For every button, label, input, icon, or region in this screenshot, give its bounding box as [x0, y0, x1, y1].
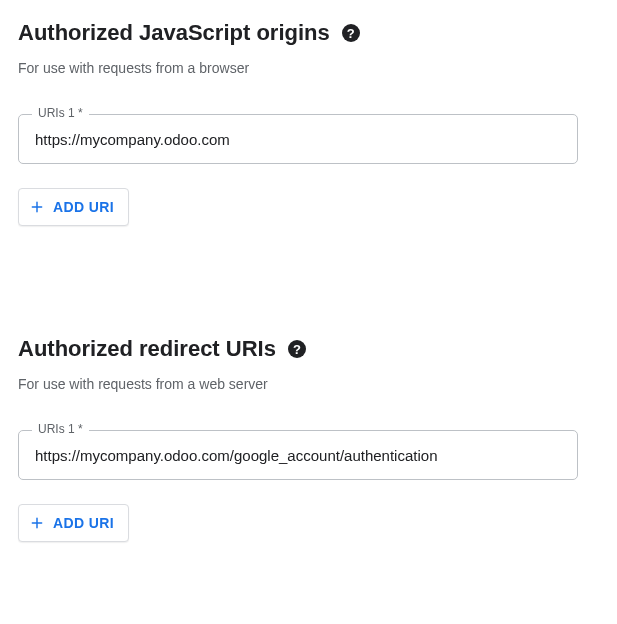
- help-icon[interactable]: ?: [342, 24, 360, 42]
- add-uri-button-label: ADD URI: [53, 199, 114, 215]
- section-description-js-origins: For use with requests from a browser: [18, 60, 599, 76]
- help-icon[interactable]: ?: [288, 340, 306, 358]
- plus-icon: [29, 199, 45, 215]
- uri-input-redirect-uris[interactable]: [18, 430, 578, 480]
- section-header: Authorized JavaScript origins ?: [18, 20, 599, 46]
- add-uri-button-redirect-uris[interactable]: ADD URI: [18, 504, 129, 542]
- uri-input-js-origins[interactable]: [18, 114, 578, 164]
- uri-field-label: URIs 1 *: [32, 422, 89, 436]
- section-js-origins: Authorized JavaScript origins ? For use …: [18, 20, 599, 226]
- section-redirect-uris: Authorized redirect URIs ? For use with …: [18, 336, 599, 542]
- section-description-redirect-uris: For use with requests from a web server: [18, 376, 599, 392]
- uri-field-wrap: URIs 1 *: [18, 114, 578, 164]
- section-title-js-origins: Authorized JavaScript origins: [18, 20, 330, 46]
- section-title-redirect-uris: Authorized redirect URIs: [18, 336, 276, 362]
- plus-icon: [29, 515, 45, 531]
- uri-field-label: URIs 1 *: [32, 106, 89, 120]
- uri-field-wrap: URIs 1 *: [18, 430, 578, 480]
- add-uri-button-js-origins[interactable]: ADD URI: [18, 188, 129, 226]
- section-header: Authorized redirect URIs ?: [18, 336, 599, 362]
- add-uri-button-label: ADD URI: [53, 515, 114, 531]
